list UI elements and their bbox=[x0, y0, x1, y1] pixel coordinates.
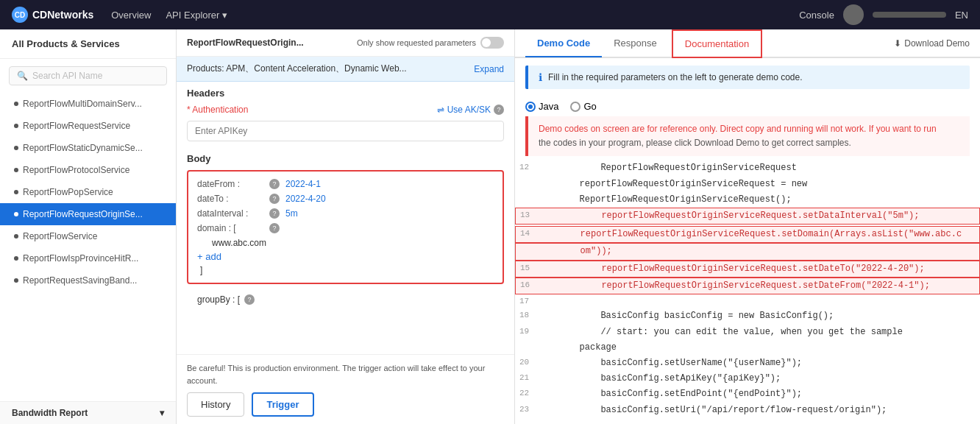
add-button[interactable]: + add bbox=[197, 248, 494, 265]
close-bracket: ] bbox=[197, 265, 494, 275]
auth-label: * Authentication bbox=[187, 105, 248, 115]
right-panel: Demo Code Response Documentation ⬇ Downl… bbox=[515, 29, 980, 424]
tab-response[interactable]: Response bbox=[602, 30, 669, 57]
line-number: 13 bbox=[516, 209, 538, 222]
nav-api-explorer[interactable]: API Explorer ▾ bbox=[166, 10, 227, 21]
line-number: 22 bbox=[515, 387, 537, 400]
use-aksk-button[interactable]: ⇌ Use AK/SK ? bbox=[437, 105, 504, 115]
body-section: Body dateFrom : ? 2022-4-1 dateTo : ? 20… bbox=[177, 149, 514, 312]
radio-dot-java bbox=[528, 105, 533, 109]
radio-java[interactable]: Java bbox=[525, 101, 558, 112]
tab-democode[interactable]: Demo Code bbox=[525, 30, 602, 57]
expand-button[interactable]: Expand bbox=[474, 64, 504, 74]
help-icon[interactable]: ? bbox=[244, 294, 255, 305]
line-number: 23 bbox=[515, 403, 537, 417]
help-icon[interactable]: ? bbox=[269, 223, 280, 233]
body-label: Body bbox=[187, 153, 504, 164]
line-code: reportFlowRequestOriginServiceRequest.se… bbox=[538, 262, 925, 276]
sidebar-item-2[interactable]: ReportFlowStaticDynamicSe... bbox=[0, 137, 176, 159]
sidebar-item-6[interactable]: ReportFlowService bbox=[0, 225, 176, 247]
products-bar: Products: APM、Content Acceleration、Dynam… bbox=[177, 57, 514, 82]
line-number: 17 bbox=[515, 295, 537, 308]
auth-row: * Authentication ⇌ Use AK/SK ? bbox=[177, 102, 514, 121]
line-number: 19 bbox=[515, 325, 537, 339]
sidebar-item-5[interactable]: ReportFlowRequestOriginSe... bbox=[0, 203, 176, 225]
sidebar-section-bandwidth[interactable]: Bandwidth Report ▾ bbox=[0, 401, 176, 424]
tab-documentation[interactable]: Documentation bbox=[672, 29, 762, 58]
sidebar-search[interactable]: 🔍 Search API Name bbox=[9, 66, 167, 85]
download-demo-button[interactable]: ⬇ Download Demo bbox=[894, 38, 970, 49]
domain-value: www.abc.com bbox=[197, 238, 494, 248]
nav-overview[interactable]: Overview bbox=[111, 10, 151, 21]
sidebar-item-8[interactable]: ReportRequestSavingBand... bbox=[0, 269, 176, 292]
body-params-box: dateFrom : ? 2022-4-1 dateTo : ? 2022-4-… bbox=[187, 170, 504, 284]
code-line: 16 reportFlowRequestOriginServiceRequest… bbox=[515, 278, 980, 294]
line-number: 21 bbox=[515, 372, 537, 385]
panel-footer: Be careful! This is production environme… bbox=[177, 354, 514, 424]
line-number: 20 bbox=[515, 356, 537, 370]
line-code: BasicConfig basicConfig = new BasicConfi… bbox=[537, 309, 834, 323]
line-code: reportFlowRequestOriginServiceRequest.se… bbox=[538, 279, 930, 293]
code-line: 14 reportFlowRequestOriginServiceRequest… bbox=[515, 226, 980, 243]
toggle-switch[interactable]: Only show requested parameters bbox=[357, 37, 504, 49]
auth-input[interactable] bbox=[187, 121, 504, 141]
nav-console[interactable]: Console bbox=[799, 10, 834, 21]
help-icon: ? bbox=[494, 105, 504, 115]
aksk-icon: ⇌ bbox=[437, 105, 444, 115]
lang-row: Java Go bbox=[515, 96, 980, 116]
radio-circle-java bbox=[525, 102, 536, 112]
param-row-domain: domain : [ ? bbox=[197, 223, 494, 233]
help-icon[interactable]: ? bbox=[269, 179, 280, 189]
nav-lang[interactable]: EN bbox=[955, 10, 968, 21]
top-nav: CD CDNetworks Overview API Explorer ▾ Co… bbox=[0, 0, 980, 29]
line-code: ReportFlowRequestOriginServiceRequest bbox=[537, 161, 797, 175]
line-code: basicConfig.setUri("/api/report/flow-req… bbox=[537, 403, 887, 417]
headers-label: Headers bbox=[177, 82, 514, 102]
nav-right: Console EN bbox=[799, 4, 968, 25]
logo-icon: CD bbox=[12, 7, 28, 23]
code-line: reportFlowRequestOriginServiceRequest = … bbox=[515, 177, 980, 192]
sidebar: All Products & Services 🔍 Search API Nam… bbox=[0, 29, 177, 424]
code-line: 20 basicConfig.setUserName("{userName}")… bbox=[515, 356, 980, 371]
line-code: reportFlowRequestOriginServiceRequest.se… bbox=[538, 209, 919, 223]
sidebar-item-7[interactable]: ReportFlowIspProvinceHitR... bbox=[0, 247, 176, 269]
code-area[interactable]: 12 ReportFlowRequestOriginServiceRequest… bbox=[515, 160, 980, 424]
main-layout: All Products & Services 🔍 Search API Nam… bbox=[0, 29, 980, 424]
left-panel: ReportFlowRequestOrigin... Only show req… bbox=[177, 29, 515, 424]
progress-bar bbox=[873, 12, 946, 18]
line-number: 15 bbox=[516, 262, 538, 275]
code-line: 15 reportFlowRequestOriginServiceRequest… bbox=[515, 261, 980, 278]
line-number: 12 bbox=[515, 161, 537, 174]
dot-icon bbox=[14, 212, 18, 216]
line-number: 16 bbox=[516, 279, 538, 292]
code-line: 12 ReportFlowRequestOriginServiceRequest bbox=[515, 160, 980, 176]
help-icon[interactable]: ? bbox=[269, 194, 280, 204]
history-button[interactable]: History bbox=[187, 392, 244, 417]
logo-text: CDNetworks bbox=[32, 9, 93, 21]
sidebar-item-1[interactable]: ReportFlowRequestService bbox=[0, 115, 176, 137]
download-icon: ⬇ bbox=[894, 38, 901, 49]
sidebar-item-0[interactable]: ReportFlowMultiDomainServ... bbox=[0, 93, 176, 115]
avatar bbox=[843, 4, 864, 25]
line-code: basicConfig.setEndPoint("{endPoint}"); bbox=[537, 387, 802, 401]
search-icon: 🔍 bbox=[17, 71, 28, 81]
footer-warning: Be careful! This is production environme… bbox=[187, 362, 504, 386]
panel-top-bar: ReportFlowRequestOrigin... Only show req… bbox=[177, 29, 514, 57]
dot-icon bbox=[14, 168, 18, 172]
line-code: reportFlowRequestOriginServiceRequest.se… bbox=[538, 227, 962, 241]
line-code: basicConfig.setApiKey("{apiKey}"); bbox=[537, 372, 781, 386]
toggle-track[interactable] bbox=[480, 37, 504, 49]
code-line: 21 basicConfig.setApiKey("{apiKey}"); bbox=[515, 371, 980, 386]
content-area: ReportFlowRequestOrigin... Only show req… bbox=[177, 29, 980, 424]
radio-circle-go bbox=[570, 102, 580, 112]
dot-icon bbox=[14, 102, 18, 106]
radio-go[interactable]: Go bbox=[570, 101, 596, 112]
trigger-button[interactable]: Trigger bbox=[252, 392, 313, 417]
help-icon[interactable]: ? bbox=[269, 208, 280, 219]
dot-icon bbox=[14, 146, 18, 150]
code-line: 19 // start: you can edit the value, whe… bbox=[515, 325, 980, 340]
sidebar-item-4[interactable]: ReportFlowPopService bbox=[0, 181, 176, 203]
info-banner: ℹ Fill in the required parameters on the… bbox=[525, 66, 970, 89]
code-line: 22 basicConfig.setEndPoint("{endPoint}")… bbox=[515, 386, 980, 402]
sidebar-item-3[interactable]: ReportFlowProtocolService bbox=[0, 159, 176, 181]
